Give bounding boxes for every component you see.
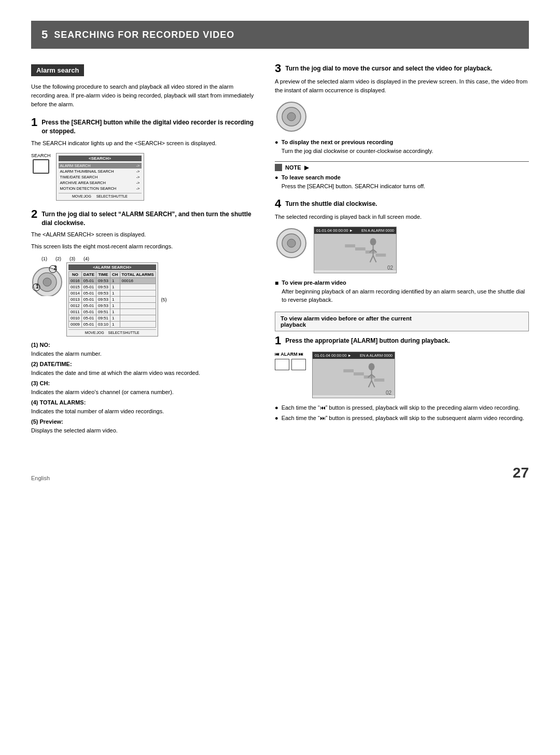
step-1: 1 Press the [SEARCH] button while the di…: [31, 118, 254, 201]
step-2: 2 Turn the jog dial to select “ALARM SEA…: [31, 210, 254, 435]
step-4: 4 Turn the shuttle dial clockwise. The s…: [275, 200, 529, 423]
page-footer: English 27: [31, 465, 529, 481]
label-list: (1) NO: Indicates the alarm number. (2) …: [31, 341, 254, 435]
alarm-buttons-area: ⏮ ALARM ⏭ 01-01-04 00:00:00 ► EN A ALARM…: [275, 352, 529, 398]
step3-body: A preview of the selected alarm video is…: [275, 77, 529, 95]
step-3: 3 Turn the jog dial to move the cursor a…: [275, 64, 529, 190]
label-item-3: (3) CH: Indicates the alarm video’s chan…: [31, 379, 254, 396]
table-row: 001305-0109:531: [69, 297, 156, 303]
section-title: Alarm search: [31, 64, 84, 76]
step4-body: The selected recording is played back in…: [275, 213, 529, 221]
step4-num: 4: [275, 198, 281, 209]
playback-screen-top2: 01-01-04 00:00:00 ► EN A ALARM 0000: [313, 352, 395, 359]
playback-screen-substep: 01-01-04 00:00:00 ► EN A ALARM 0000: [312, 352, 395, 398]
step4-jog-dial: [275, 227, 309, 260]
menu-item-thumbnail: ALARM THUMBNAIL SEARCH->: [59, 169, 142, 174]
jog-dial-svg: 2 1: [31, 262, 63, 296]
alarm-table-footer: MOVE:JOG SELECT:SHUTTLE: [68, 329, 156, 334]
right-column: 3 Turn the jog dial to move the cursor a…: [275, 64, 529, 444]
step1-screen-area: SEARCH <SEARCH> ALARM SEARCH-> ALARM THU…: [31, 153, 254, 201]
alarm-next-button[interactable]: [291, 359, 306, 370]
page-number: 27: [513, 465, 529, 481]
step2-num: 2: [31, 208, 37, 220]
jog-dial-container: (1) (2) (3) (4): [31, 256, 167, 337]
svg-rect-26: [354, 372, 364, 375]
svg-rect-17: [376, 254, 386, 257]
menu-item-alarm-search: ALARM SEARCH->: [59, 163, 142, 169]
table-row: 001105-0109:511: [69, 309, 156, 315]
staircase-image-2: [313, 359, 395, 395]
alarm-btn-row: [275, 359, 306, 370]
page-language: English: [31, 475, 50, 481]
step2-body2: This screen lists the eight most-recent …: [31, 242, 254, 251]
step4-title: Turn the shuttle dial clockwise.: [285, 200, 377, 208]
alarm-search-title: <ALARM SEARCH>: [68, 264, 156, 270]
svg-point-12: [287, 239, 296, 247]
step1-body: The SEARCH indicator lights up and the <…: [31, 139, 254, 148]
search-menu-footer: MOVE:JOG SELECT:SHUTTLE: [59, 193, 142, 198]
search-label: SEARCH: [31, 153, 51, 158]
preview-label-num: (5): [161, 297, 167, 302]
search-button-mockup: SEARCH: [31, 153, 51, 174]
chapter-number: 5: [41, 28, 48, 41]
step2-title: Turn the jog dial to select “ALARM SEARC…: [41, 210, 254, 228]
search-menu-title: <SEARCH>: [59, 156, 142, 161]
label-item-5: (5) Preview: Displays the selected alarm…: [31, 417, 254, 435]
sub-step-1: 1 Press the appropriate [ALARM] button d…: [275, 337, 529, 423]
note-icon: [275, 164, 282, 171]
svg-point-9: [287, 113, 296, 121]
alarm-search-table-box: <ALARM SEARCH> NO DATE TIME CH TOTAL ALA…: [66, 262, 158, 337]
table-row: 001405-0109:531: [69, 290, 156, 297]
staircase-image: [314, 234, 396, 270]
step3-num: 3: [275, 63, 281, 74]
menu-item-timedate: TIME/DATE SEARCH->: [59, 174, 142, 180]
table-row: 001505-0109:531: [69, 284, 156, 290]
sub-step1-title: Press the appropriate [ALARM] button dur…: [285, 337, 450, 345]
note-box: NOTE ▶ ● To leave search modePress the […: [275, 161, 529, 190]
svg-rect-14: [345, 244, 355, 247]
svg-rect-15: [355, 247, 366, 250]
step4-screen-area: 01-01-04 00:00:00 ► EN A ALARM 0000: [275, 227, 529, 273]
svg-point-18: [370, 238, 376, 245]
pre-alarm-bullet: ■ To view pre-alarm videoAfter beginning…: [275, 278, 529, 304]
label-item-4: (4) TOTAL ALARMS: Indicates the total nu…: [31, 398, 254, 415]
bullet-prev-alarm: ● Each time the “⏮” button is pressed, p…: [275, 403, 529, 412]
dial-and-screen: 2 1 <ALARM SEARCH>: [31, 262, 167, 337]
step3-title: Turn the jog dial to move the cursor and…: [285, 64, 492, 73]
menu-item-archive: ARCHIVE AREA SEARCH->: [59, 180, 142, 186]
staircase-svg-2: [313, 359, 395, 395]
sub-step1-num: 1: [275, 335, 281, 346]
search-btn-box: [33, 159, 49, 174]
table-row: 001205-0109:531: [69, 303, 156, 309]
menu-item-motion: MOTION DETECTION SEARCH->: [59, 186, 142, 191]
search-menu-screen: <SEARCH> ALARM SEARCH-> ALARM THUMBNAIL …: [56, 153, 144, 201]
step1-num: 1: [31, 117, 37, 128]
table-row: 001005-0109:511: [69, 315, 156, 321]
step3-jog-dial: [275, 100, 309, 134]
bullet-next-prev: ● To display the next or previous record…: [275, 138, 529, 155]
chapter-title: SEARCHING FOR RECORDED VIDEO: [54, 30, 234, 40]
step3-dial-area: [275, 100, 529, 134]
bullet-next-alarm: ● Each time the “⏭” button is pressed, p…: [275, 414, 529, 423]
svg-rect-28: [374, 379, 385, 382]
svg-point-29: [369, 363, 375, 370]
staircase-svg: [314, 234, 396, 270]
svg-rect-25: [343, 369, 354, 372]
svg-rect-13: [314, 234, 396, 270]
table-row: 001605-0109:53100016: [69, 278, 156, 284]
playback-screen-top: 01-01-04 00:00:00 ► EN A ALARM 0000: [314, 227, 396, 234]
label-item-2: (2) DATE/TIME: Indicates the date and ti…: [31, 360, 254, 377]
table-row: 000905-0103:101: [69, 321, 156, 328]
alarm-btn-group: ⏮ ALARM ⏭: [275, 352, 306, 370]
alarm-prev-button[interactable]: [275, 359, 289, 370]
note-header: NOTE ▶: [275, 164, 529, 171]
chapter-header: 5 SEARCHING FOR RECORDED VIDEO: [31, 21, 529, 49]
intro-text: Use the following procedure to search an…: [31, 82, 254, 109]
svg-rect-24: [313, 359, 395, 395]
dial-annotations: (1) (2) (3) (4): [41, 256, 167, 261]
label-item-1: (1) NO: Indicates the alarm number.: [31, 341, 254, 358]
page: 5 SEARCHING FOR RECORDED VIDEO Alarm sea…: [0, 0, 560, 755]
left-column: Alarm search Use the following procedure…: [31, 64, 254, 444]
alarm-buttons-label: ⏮ ALARM ⏭: [275, 352, 303, 357]
step2-body1: The <ALARM SEARCH> screen is displayed.: [31, 230, 254, 239]
